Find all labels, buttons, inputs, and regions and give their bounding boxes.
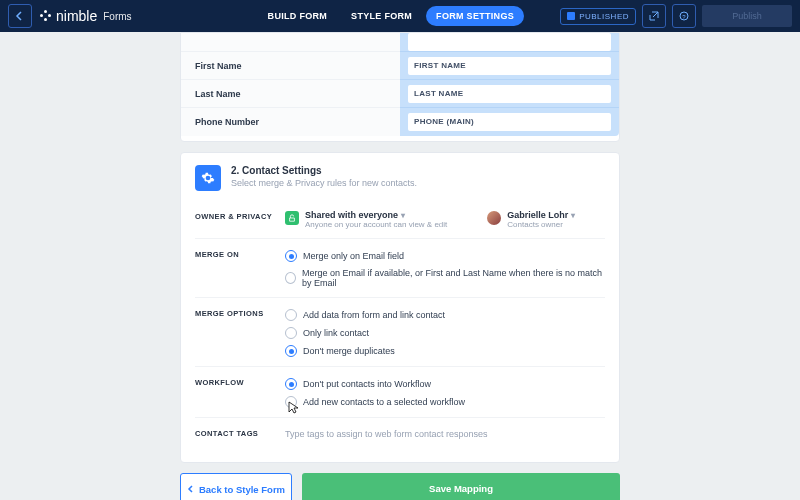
map-row-field[interactable]: LAST NAME — [408, 85, 611, 103]
owner-name: Gabrielle Lohr — [507, 210, 568, 220]
back-button-label: Back to Style Form — [199, 484, 285, 495]
chevron-left-icon — [187, 485, 195, 493]
owner-privacy-label: OWNER & PRIVACY — [195, 210, 285, 229]
brand-logo: nimble Forms — [40, 8, 132, 24]
merge-on-email-radio[interactable]: Merge only on Email field — [285, 250, 605, 262]
brand-subtitle: Forms — [103, 11, 131, 22]
merge-dont-radio[interactable]: Don't merge duplicates — [285, 345, 605, 357]
privacy-subtitle: Anyone on your account can view & edit — [305, 220, 447, 229]
merge-options-label: MERGE OPTIONS — [195, 307, 285, 357]
contact-tags-label: CONTACT TAGS — [195, 427, 285, 439]
merge-on-label: MERGE ON — [195, 248, 285, 288]
map-row-label: First Name — [181, 51, 400, 80]
publish-button[interactable]: Publish — [702, 5, 792, 27]
chevron-down-icon: ▾ — [571, 211, 575, 220]
unlocked-icon — [285, 211, 299, 225]
top-bar: nimble Forms BUILD FORM STYLE FORM FORM … — [0, 0, 800, 32]
card-subtitle: Select merge & Privacy rules for new con… — [231, 178, 417, 188]
radio-icon — [285, 396, 297, 408]
published-icon — [567, 12, 575, 20]
map-row: Last Name LAST NAME — [181, 79, 619, 107]
tab-style-form[interactable]: STYLE FORM — [341, 6, 422, 26]
map-row-label: Last Name — [181, 79, 400, 108]
open-external-icon-button[interactable] — [642, 4, 666, 28]
published-label: PUBLISHED — [579, 12, 629, 21]
radio-icon — [285, 250, 297, 262]
back-icon-button[interactable] — [8, 4, 32, 28]
save-mapping-button[interactable]: Save Mapping — [302, 473, 620, 500]
map-row: First Name FIRST NAME — [181, 51, 619, 79]
help-icon-button[interactable]: ? — [672, 4, 696, 28]
privacy-selector[interactable]: Shared with everyone▾ Anyone on your acc… — [285, 210, 447, 229]
tab-form-settings[interactable]: FORM SETTINGS — [426, 6, 524, 26]
radio-icon — [285, 378, 297, 390]
brand-name: nimble — [56, 8, 97, 24]
top-tabs: BUILD FORM STYLE FORM FORM SETTINGS — [258, 6, 524, 26]
map-row-field[interactable] — [408, 33, 611, 51]
map-row: Phone Number PHONE (MAIN) — [181, 107, 619, 135]
back-to-style-button[interactable]: Back to Style Form — [180, 473, 292, 500]
tags-input[interactable]: Type tags to assign to web form contact … — [285, 427, 605, 439]
logo-icon — [40, 10, 52, 22]
workflow-add-radio[interactable]: Add new contacts to a selected workflow — [285, 396, 605, 408]
svg-text:?: ? — [682, 14, 686, 20]
map-row — [181, 33, 619, 51]
merge-on-email-or-name-radio[interactable]: Merge on Email if available, or First an… — [285, 268, 605, 288]
workflow-label: WORKFLOW — [195, 376, 285, 408]
merge-add-data-radio[interactable]: Add data from form and link contact — [285, 309, 605, 321]
owner-selector[interactable]: Gabrielle Lohr▾ Contacts owner — [487, 210, 575, 229]
map-row-field[interactable]: PHONE (MAIN) — [408, 113, 611, 131]
map-row-label — [181, 33, 400, 51]
radio-icon — [285, 309, 297, 321]
tab-build-form[interactable]: BUILD FORM — [258, 6, 338, 26]
avatar — [487, 211, 501, 225]
workflow-none-radio[interactable]: Don't put contacts into Workflow — [285, 378, 605, 390]
contact-settings-card: 2. Contact Settings Select merge & Priva… — [180, 152, 620, 463]
field-mapping-card: First Name FIRST NAME Last Name LAST NAM… — [180, 32, 620, 142]
gear-icon — [195, 165, 221, 191]
map-row-label: Phone Number — [181, 107, 400, 136]
radio-icon — [285, 327, 297, 339]
published-status: PUBLISHED — [560, 8, 636, 25]
privacy-title: Shared with everyone — [305, 210, 398, 220]
chevron-down-icon: ▾ — [401, 211, 405, 220]
card-title: 2. Contact Settings — [231, 165, 417, 176]
radio-icon — [285, 272, 296, 284]
radio-icon — [285, 345, 297, 357]
owner-role: Contacts owner — [507, 220, 575, 229]
map-row-field[interactable]: FIRST NAME — [408, 57, 611, 75]
save-button-label: Save Mapping — [429, 483, 493, 494]
merge-link-only-radio[interactable]: Only link contact — [285, 327, 605, 339]
